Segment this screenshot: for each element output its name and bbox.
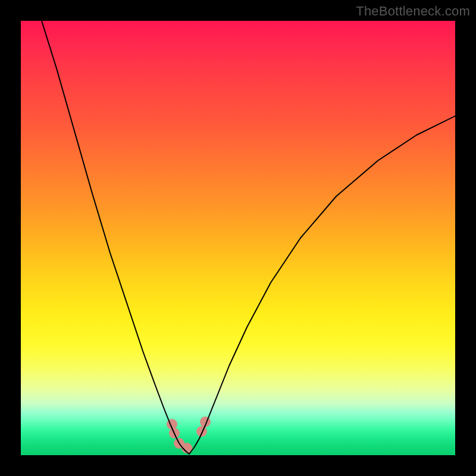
left-curve xyxy=(42,21,189,454)
plot-area xyxy=(21,21,455,455)
chart-container: TheBottleneck.com xyxy=(0,0,476,476)
right-curve xyxy=(189,116,455,454)
curves-svg xyxy=(21,21,455,455)
marker-dot xyxy=(196,426,207,437)
attribution-label: TheBottleneck.com xyxy=(356,4,470,19)
valley-markers xyxy=(167,416,211,453)
